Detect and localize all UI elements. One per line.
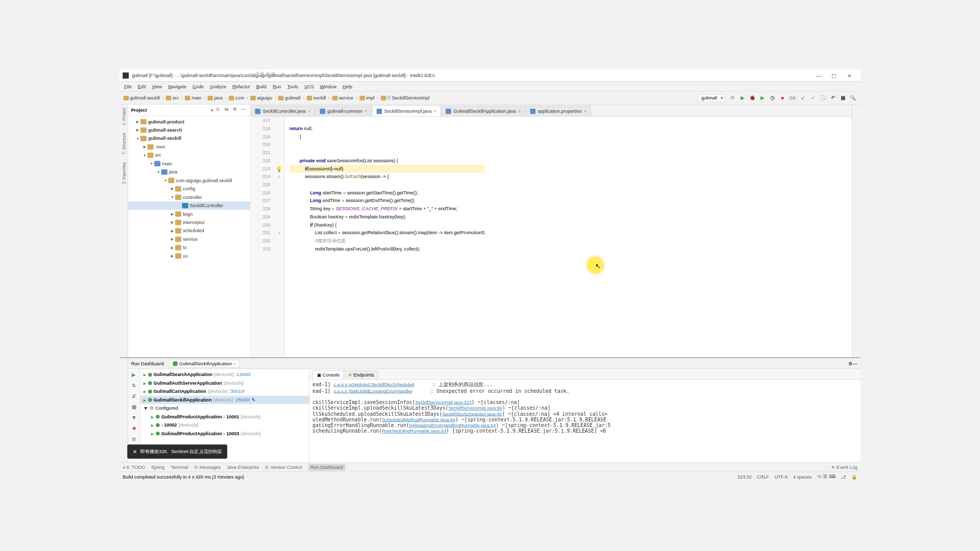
menu-help[interactable]: Help (339, 84, 355, 89)
menu-analyze[interactable]: Analyze (207, 84, 229, 89)
menu-navigate[interactable]: Navigate (165, 84, 189, 89)
stop-all-button[interactable]: ■ (130, 424, 138, 432)
event-log-tab[interactable]: ☀ Event Log (831, 465, 857, 470)
app-node[interactable]: ▶GulimallCartApplication [devtools] :300… (140, 387, 309, 395)
app-node[interactable]: ▶ - 10002 [devtools] (140, 421, 309, 429)
build-button[interactable]: ⟳ (728, 94, 737, 102)
tool-tab[interactable]: Run Dashboard (308, 464, 346, 470)
editor-tab[interactable]: SeckillController.java× (251, 106, 314, 116)
profile-button[interactable]: ◷ (768, 94, 777, 102)
editor-tab[interactable]: gulimall-common× (315, 106, 372, 116)
git-history-button[interactable]: 🕓 (819, 94, 827, 102)
git-commit-button[interactable]: ✓ (808, 94, 817, 102)
minimize-button[interactable]: — (811, 70, 826, 81)
close-icon[interactable]: ✕ (133, 448, 137, 455)
run-config-select[interactable]: gulimall (698, 94, 725, 102)
breadcrumb-item[interactable]: impl (358, 94, 376, 101)
tool-tab[interactable]: Spring (151, 465, 164, 470)
breadcrumb-item[interactable]: © SeckillServiceImpl (379, 94, 431, 101)
tree-node[interactable]: ▶feign (128, 210, 251, 218)
tree-btn2[interactable]: ⇵ (130, 392, 138, 400)
breadcrumb-item[interactable]: gulimall (277, 94, 302, 101)
rerun-button[interactable]: ▶ (130, 370, 138, 379)
tree-node[interactable]: ▼com.atguigu.gulimall.seckill (128, 177, 251, 185)
git-update-button[interactable]: ↙ (799, 94, 807, 102)
tree-btn5[interactable]: ⊘ (130, 435, 138, 443)
run-dashboard-tab[interactable]: GulimallSeckillApplication× (169, 360, 239, 367)
app-node[interactable]: ▶GulimallSearchApplication [devtools] :1… (140, 370, 309, 379)
project-tool-tab[interactable]: 1: Project (121, 106, 126, 127)
menu-vcs[interactable]: VCS (301, 84, 317, 89)
tree-btn3[interactable]: ▦ (130, 403, 138, 411)
ide-button[interactable]: ▦ (839, 94, 847, 102)
endpoints-tab[interactable]: ✱Endpoints (344, 370, 378, 379)
menu-window[interactable]: Window (317, 84, 339, 89)
indent[interactable]: 4 spaces (793, 474, 812, 479)
locate-button[interactable]: ⊙ (214, 106, 222, 114)
breadcrumb-item[interactable]: main (183, 94, 203, 101)
debug-button[interactable]: 🐞 (748, 94, 757, 102)
menu-edit[interactable]: Edit (135, 84, 149, 89)
app-group[interactable]: ▼⚙ Configured (140, 404, 309, 412)
tree-node[interactable]: ▶service (128, 235, 251, 243)
app-node[interactable]: ▶GulimallSeckillApplication [devtools] :… (140, 396, 309, 404)
dashboard-hide-button[interactable]: — (853, 361, 857, 366)
editor-tab[interactable]: GulimallSeckillApplication.java× (442, 106, 525, 116)
app-node[interactable]: ▶GulimallAuthServerApplication [devtools… (140, 379, 309, 387)
tree-node[interactable]: ▼src (128, 151, 251, 159)
tree-node[interactable]: ▶gulimall-product (128, 117, 251, 126)
git-branch-icon[interactable]: ⎇ (841, 474, 846, 479)
hide-button[interactable]: — (239, 106, 247, 114)
search-button[interactable]: 🔍 (849, 94, 857, 102)
settings-icon[interactable]: ⚙ (231, 106, 239, 114)
console-tab[interactable]: ▣Console (312, 370, 344, 379)
tool-tab[interactable]: Java Enterprise (227, 465, 259, 470)
editor-tab[interactable]: SeckillServiceImpl.java× (372, 106, 440, 116)
tool-tab[interactable]: 9: Version Control (265, 465, 302, 470)
breadcrumb-item[interactable]: seckill (305, 94, 328, 101)
encoding[interactable]: UTF-8 (774, 474, 788, 479)
menu-run[interactable]: Run (270, 84, 284, 89)
tree-node[interactable]: ▶vo (128, 252, 251, 260)
tree-node[interactable]: ▶to (128, 243, 251, 252)
tree-node[interactable]: ▶gulimall-search (128, 126, 251, 134)
run-button[interactable]: ▶ (738, 94, 747, 102)
git-revert-button[interactable]: ↶ (829, 94, 838, 102)
breadcrumb-item[interactable]: atguigu (249, 94, 274, 101)
app-node[interactable]: ▶GulimallProductApplication - 10003 [dev… (140, 429, 309, 437)
tool-tab[interactable]: 0: Messages (194, 465, 220, 470)
breadcrumb-item[interactable]: gulimall-seckill (122, 94, 161, 101)
tree-node[interactable]: SeckillController (128, 202, 251, 210)
stop-button[interactable]: ■ (778, 94, 787, 102)
menu-code[interactable]: Code (189, 84, 207, 89)
ime-icon[interactable]: ㊥ 英 ⌨ (817, 473, 836, 480)
tool-tab[interactable]: Terminal (170, 465, 188, 470)
favorites-tool-tab[interactable]: 2: Favorites (121, 161, 126, 186)
tree-node[interactable]: ▼gulimall-seckill (128, 134, 251, 142)
breadcrumb-item[interactable]: src (164, 94, 180, 101)
app-node[interactable]: ▶GulimallProductApplication - 10001 [dev… (140, 413, 309, 421)
menu-build[interactable]: Build (253, 84, 270, 89)
tree-node[interactable]: ▶scheduled (128, 227, 251, 235)
menu-file[interactable]: File (121, 84, 135, 89)
menu-view[interactable]: View (149, 84, 165, 89)
tree-btn1[interactable]: ⇅ (130, 381, 138, 389)
tree-btn4[interactable]: ▼ (130, 413, 138, 421)
close-button[interactable]: ✕ (842, 70, 857, 81)
coverage-button[interactable]: ▶ (758, 94, 767, 102)
menu-tools[interactable]: Tools (284, 84, 301, 89)
console-output[interactable]: ead-1] c.a.g.s.scheduled.SeckillSkuSched… (309, 380, 861, 471)
menu-refactor[interactable]: Refactor (229, 84, 253, 89)
breadcrumb-item[interactable]: java (206, 94, 225, 101)
collapse-button[interactable]: ⇆ (223, 106, 230, 114)
tree-node[interactable]: ▼java (128, 168, 251, 176)
breadcrumb-item[interactable]: service (331, 94, 355, 101)
tree-node[interactable]: ▶interceptor (128, 218, 251, 227)
tool-tab[interactable]: ≡ 6: TODO (122, 465, 145, 470)
line-ending[interactable]: CRLF (757, 474, 769, 479)
tree-node[interactable]: ▶config (128, 185, 251, 193)
tree-node[interactable]: ▼main (128, 160, 251, 168)
structure-tool-tab[interactable]: 7: Structure (121, 132, 126, 157)
maximize-button[interactable]: ▢ (826, 70, 842, 81)
editor-tab[interactable]: application.properties× (526, 106, 591, 116)
